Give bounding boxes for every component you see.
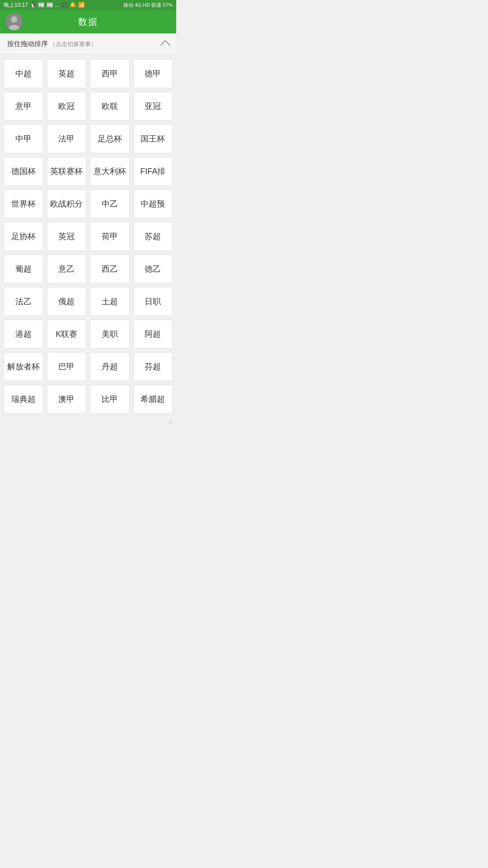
status-time: 晚上10:17 — [4, 1, 28, 9]
league-item-3[interactable]: 德甲 — [133, 59, 173, 88]
league-item-42[interactable]: 比甲 — [90, 385, 130, 414]
status-wifi: 📶 — [78, 2, 85, 8]
sort-main-text: 按住拖动排序 — [7, 40, 48, 47]
league-item-26[interactable]: 西乙 — [90, 255, 130, 283]
sort-bar: 按住拖动排序 （点击切换赛事） — [0, 33, 176, 55]
league-item-41[interactable]: 澳甲 — [47, 385, 87, 414]
league-item-9[interactable]: 法甲 — [47, 124, 87, 153]
league-item-19[interactable]: 中超预 — [133, 189, 173, 218]
league-item-2[interactable]: 西甲 — [90, 59, 130, 88]
league-item-29[interactable]: 俄超 — [47, 287, 87, 316]
league-item-35[interactable]: 阿超 — [133, 320, 173, 349]
league-item-27[interactable]: 德乙 — [133, 255, 173, 283]
sort-sub-text: （点击切换赛事） — [50, 40, 97, 47]
league-item-43[interactable]: 希腊超 — [133, 385, 173, 414]
league-item-30[interactable]: 土超 — [90, 287, 130, 316]
league-item-21[interactable]: 英冠 — [47, 222, 87, 251]
svg-point-1 — [11, 16, 17, 23]
league-item-22[interactable]: 荷甲 — [90, 222, 130, 251]
status-headphone: 🎧 — [61, 2, 68, 8]
collapse-icon[interactable] — [160, 40, 171, 51]
league-item-17[interactable]: 欧战积分 — [47, 189, 87, 218]
league-grid: 中超英超西甲德甲意甲欧冠欧联亚冠中甲法甲足总杯国王杯德国杯英联赛杯意大利杯FIF… — [0, 55, 176, 418]
league-item-23[interactable]: 苏超 — [133, 222, 173, 251]
league-item-0[interactable]: 中超 — [4, 59, 43, 88]
league-item-5[interactable]: 欧冠 — [47, 92, 87, 121]
league-item-39[interactable]: 芬超 — [133, 352, 173, 381]
league-item-8[interactable]: 中甲 — [4, 124, 43, 153]
league-item-28[interactable]: 法乙 — [4, 287, 43, 316]
page-title: 数据 — [78, 16, 98, 28]
league-item-24[interactable]: 葡超 — [4, 255, 43, 283]
league-item-33[interactable]: K联赛 — [47, 320, 87, 349]
league-item-40[interactable]: 瑞典超 — [4, 385, 43, 414]
league-item-4[interactable]: 意甲 — [4, 92, 43, 121]
league-item-32[interactable]: 港超 — [4, 320, 43, 349]
league-item-25[interactable]: 意乙 — [47, 255, 87, 283]
league-item-15[interactable]: FIFA排 — [133, 157, 173, 186]
league-item-34[interactable]: 美职 — [90, 320, 130, 349]
app-header: 数据 — [0, 10, 176, 33]
league-item-38[interactable]: 丹超 — [90, 352, 130, 381]
status-bar-left: 晚上10:17 🐧 📰 📰 ... 🎧 🔔 📶 — [4, 1, 85, 9]
sort-bar-label: 按住拖动排序 （点击切换赛事） — [7, 40, 97, 48]
league-item-36[interactable]: 解放者杯 — [4, 352, 43, 381]
league-item-11[interactable]: 国王杯 — [133, 124, 173, 153]
league-item-13[interactable]: 英联赛杯 — [47, 157, 87, 186]
watermark: Ai — [0, 418, 176, 427]
league-item-37[interactable]: 巴甲 — [47, 352, 87, 381]
league-item-14[interactable]: 意大利杯 — [90, 157, 130, 186]
status-carrier: 移动 4G HD 联通 57% — [123, 2, 173, 9]
status-icons: 🐧 📰 📰 ... — [30, 2, 59, 8]
league-item-7[interactable]: 亚冠 — [133, 92, 173, 121]
league-item-20[interactable]: 足协杯 — [4, 222, 43, 251]
league-item-31[interactable]: 日职 — [133, 287, 173, 316]
avatar[interactable] — [5, 13, 23, 30]
status-bell: 🔔 — [70, 2, 76, 8]
status-bar-right: 移动 4G HD 联通 57% — [123, 2, 173, 9]
league-item-12[interactable]: 德国杯 — [4, 157, 43, 186]
league-item-18[interactable]: 中乙 — [90, 189, 130, 218]
league-item-10[interactable]: 足总杯 — [90, 124, 130, 153]
league-item-16[interactable]: 世界杯 — [4, 189, 43, 218]
league-item-1[interactable]: 英超 — [47, 59, 87, 88]
league-item-6[interactable]: 欧联 — [90, 92, 130, 121]
status-bar: 晚上10:17 🐧 📰 📰 ... 🎧 🔔 📶 移动 4G HD 联通 57% — [0, 0, 176, 10]
